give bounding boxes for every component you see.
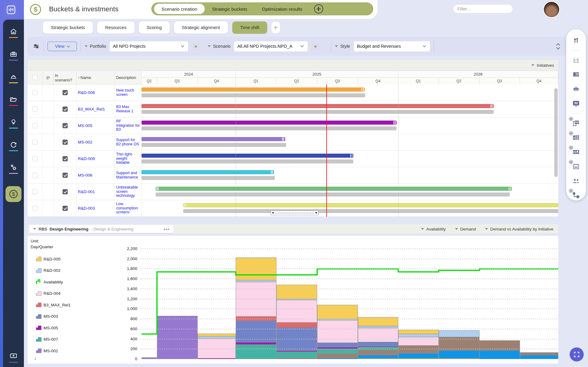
legend-item[interactable]: MS-003 <box>36 313 58 320</box>
legend-scroll-down-icon[interactable]: ↓ <box>34 354 37 361</box>
sidebar-item-home[interactable] <box>6 28 21 50</box>
tab-strategic-buckets[interactable]: Strategic buckets <box>205 4 255 14</box>
share-users-button[interactable] <box>571 176 581 185</box>
documentation-button[interactable] <box>571 70 581 79</box>
column-header-description[interactable]: Description <box>115 71 142 84</box>
row-checkbox[interactable] <box>32 206 38 211</box>
add-panel-icon[interactable] <box>9 351 18 360</box>
sidebar-item-folders[interactable] <box>6 95 21 118</box>
column-header-name[interactable]: ↑ Name <box>77 71 115 84</box>
link-demand[interactable]: Demand <box>455 227 476 231</box>
legend-item[interactable]: Availability <box>36 279 63 285</box>
gantt-bar[interactable] <box>142 88 365 92</box>
gantt-bar[interactable] <box>142 104 494 108</box>
row-checkbox[interactable] <box>32 123 38 128</box>
schedule-options-chevron[interactable] <box>569 160 573 164</box>
legend-item[interactable]: MS-007 <box>36 336 58 343</box>
select-all-checkbox[interactable] <box>32 75 38 80</box>
clear-portfolio-button[interactable]: × <box>192 42 200 50</box>
row-drag-cell[interactable] <box>43 118 54 134</box>
row-checkbox[interactable] <box>32 189 38 194</box>
gantt-bar[interactable] <box>142 154 353 158</box>
save-button[interactable] <box>571 56 581 65</box>
in-scenario-checkbox[interactable] <box>63 123 68 128</box>
row-drag-cell[interactable] <box>43 84 54 101</box>
sidebar-item-programs[interactable] <box>6 73 21 95</box>
initiative-link[interactable]: MS-006 <box>78 173 92 178</box>
initiatives-label[interactable]: Initiatives <box>537 63 554 68</box>
fullscreen-button[interactable] <box>570 347 584 361</box>
sliders-icon[interactable] <box>32 43 40 50</box>
tab-time-shift[interactable]: Time shift <box>232 21 267 34</box>
legend-item[interactable]: B3_MAX_Rel1 <box>36 302 71 308</box>
initiative-link[interactable]: MS-005 <box>78 123 92 128</box>
add-scenario-tab-button[interactable] <box>314 4 323 13</box>
view-menu-button[interactable]: View <box>47 42 77 51</box>
user-avatar[interactable] <box>543 1 560 18</box>
legend-item[interactable]: R&D-002 <box>36 268 61 274</box>
assistant-button[interactable] <box>571 84 581 94</box>
tab-strategic-alignment[interactable]: Strategic alignment <box>174 21 228 34</box>
row-checkbox[interactable] <box>32 140 38 145</box>
clear-scenario-button[interactable]: × <box>311 42 319 50</box>
initiative-link[interactable]: B3_MAX_Rel1 <box>78 107 105 111</box>
in-scenario-checkbox[interactable] <box>63 189 68 194</box>
export-ppt-button[interactable]: P <box>571 148 581 157</box>
row-drag-cell[interactable] <box>43 101 54 117</box>
link-availability[interactable]: Availability <box>421 227 446 231</box>
horizontal-scrollbar[interactable] <box>271 211 319 215</box>
workflow-settings-button[interactable] <box>571 191 581 200</box>
export-excel-button[interactable]: X <box>571 133 581 142</box>
gantt-bar[interactable] <box>142 137 285 141</box>
initiative-link[interactable]: R&D-009 <box>78 156 95 161</box>
initiative-link[interactable]: R&D-001 <box>78 189 95 194</box>
export-pdf-button[interactable]: PDF <box>571 119 581 128</box>
sidebar-item-ideas[interactable] <box>6 118 21 141</box>
legend-item[interactable]: R&D-005 <box>36 256 61 262</box>
ppt-options-chevron[interactable] <box>569 145 573 150</box>
rbs-more-button[interactable]: ••• <box>164 227 170 231</box>
sidebar-item-settings[interactable] <box>6 163 21 186</box>
portfolio-select[interactable]: All NPD Projects <box>110 41 188 51</box>
initiative-link[interactable]: MS-002 <box>78 140 92 144</box>
legend-item[interactable]: R&D-004 <box>36 290 61 297</box>
legend-item[interactable]: MS-002 <box>36 348 58 354</box>
excel-options-chevron[interactable] <box>569 131 573 136</box>
toolbar-sliders-button[interactable] <box>571 36 581 45</box>
tab-resources[interactable]: Resources <box>97 21 134 34</box>
in-scenario-checkbox[interactable] <box>63 206 68 211</box>
in-scenario-checkbox[interactable] <box>63 140 68 145</box>
global-filter-input[interactable] <box>453 4 513 13</box>
workflow-options-chevron[interactable] <box>569 189 573 193</box>
in-scenario-checkbox[interactable] <box>63 107 68 112</box>
row-checkbox[interactable] <box>32 90 38 95</box>
tab-scenario-creation[interactable]: Scenario creation <box>154 4 205 14</box>
legend-item[interactable]: MS-005 <box>36 325 58 331</box>
tab-strategic-buckets-view[interactable]: Strategic buckets <box>43 21 93 34</box>
schedule-export-button[interactable] <box>571 162 581 171</box>
add-view-tab-button[interactable] <box>271 22 280 33</box>
row-drag-cell[interactable] <box>43 184 54 200</box>
column-header-in-scenario[interactable]: In scenario? <box>54 71 77 84</box>
scenario-select[interactable]: All.All NPD Projects.NPD_A <box>234 41 308 51</box>
style-select[interactable]: Budget and Revenues <box>354 41 430 51</box>
row-drag-cell[interactable] <box>43 167 54 183</box>
display-options-button[interactable] <box>571 99 581 108</box>
gantt-bar[interactable] <box>183 203 558 207</box>
tab-optimization-results[interactable]: Optimization results <box>255 4 310 14</box>
row-drag-cell[interactable] <box>43 134 54 150</box>
initiative-link[interactable]: R&D-003 <box>78 206 95 211</box>
row-checkbox[interactable] <box>32 156 38 161</box>
reorder-icon[interactable] <box>45 75 51 81</box>
pdf-options-chevron[interactable] <box>569 117 573 121</box>
sidebar-item-projects[interactable] <box>6 50 21 73</box>
in-scenario-checkbox[interactable] <box>63 173 68 178</box>
link-demand-vs-availability[interactable]: Demand vs Availability by Initiative <box>485 227 553 231</box>
gantt-bar[interactable] <box>142 121 396 125</box>
row-checkbox[interactable] <box>32 107 38 112</box>
initiative-link[interactable]: R&D-006 <box>78 90 95 95</box>
tab-scoring[interactable]: Scoring <box>139 21 170 34</box>
bar-height-spinner[interactable] <box>557 44 561 49</box>
gantt-bar[interactable] <box>156 187 511 191</box>
sidebar-item-sync[interactable] <box>6 141 21 163</box>
